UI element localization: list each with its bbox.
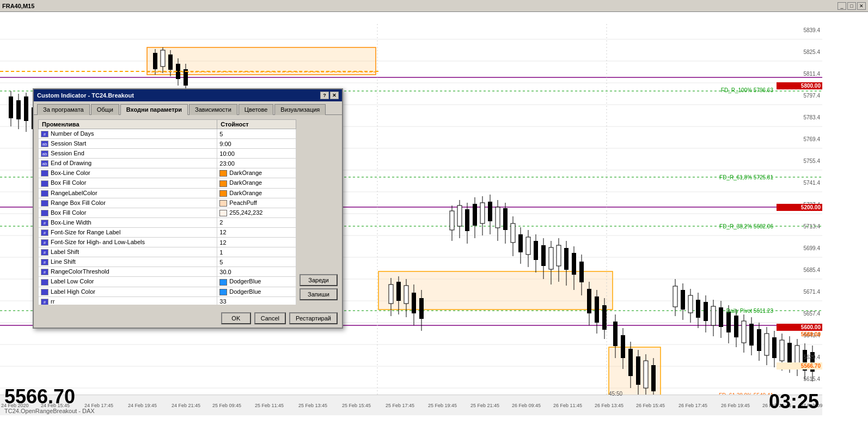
color-swatch (219, 200, 227, 207)
tab-colors[interactable]: Цветове (239, 104, 273, 115)
save-button[interactable]: Запиши (299, 288, 338, 300)
row-type-icon (41, 289, 48, 295)
row-label: Font-Size for Range Label (51, 229, 120, 235)
tab-inputs[interactable]: Входни параметри (120, 104, 188, 115)
table-row[interactable]: abSession End10:00 (39, 149, 296, 159)
row-value: 10:00 (219, 150, 235, 157)
time-label-6: 25 Feb 11:45 (255, 403, 284, 408)
table-wrapper: Променлива Стойност #Number of Days5abSe… (38, 119, 338, 305)
time-label-7: 25 Feb 13:45 (298, 403, 327, 408)
svg-rect-139 (742, 321, 746, 343)
dialog-title-buttons: ? ✕ (320, 92, 339, 99)
color-swatch (219, 170, 227, 177)
ok-button[interactable]: OK (221, 312, 251, 324)
price-level-10: 5713.4 (803, 223, 820, 229)
side-buttons: Зареди Запиши (299, 272, 338, 302)
dialog-help-button[interactable]: ? (320, 92, 329, 99)
svg-rect-133 (719, 307, 723, 327)
row-type-icon: ab (41, 150, 48, 157)
price-level-6: 5769.4 (803, 136, 820, 142)
dialog-tabs: За програмата Общи Входни параметри Зави… (34, 101, 342, 115)
price-level-1: 5839.4 (803, 27, 820, 33)
svg-rect-81 (503, 208, 508, 230)
table-row[interactable]: #rr33 (39, 296, 296, 305)
row-value: DodgerBlue (229, 278, 261, 284)
table-row[interactable]: Range Box Fill ColorPeachPuff (39, 198, 296, 208)
table-row[interactable]: #RangeColorThreshold30.0 (39, 267, 296, 277)
row-value: 9:00 (219, 141, 231, 147)
load-button[interactable]: Зареди (299, 274, 338, 286)
svg-rect-69 (457, 205, 462, 226)
time-label-11: 25 Feb 21:45 (470, 403, 499, 408)
tab-about[interactable]: За програмата (37, 104, 90, 115)
time-label-4: 24 Feb 21:45 (172, 403, 200, 408)
svg-rect-75 (480, 203, 485, 223)
svg-rect-33 (24, 96, 28, 121)
tab-common[interactable]: Общи (91, 104, 119, 115)
row-type-icon: # (41, 131, 48, 137)
time-label-13: 26 Feb 11:45 (553, 403, 582, 408)
row-value: 23:00 (219, 160, 235, 167)
tab-viz[interactable]: Визуализация (274, 104, 326, 115)
svg-rect-115 (636, 356, 640, 385)
svg-rect-117 (644, 361, 648, 388)
row-value: DarkOrange (229, 190, 262, 196)
restart-button[interactable]: Рестартирай (289, 312, 338, 324)
price-orange-5589: 5589.00 (777, 331, 822, 338)
price-level-12: 5685.4 (803, 267, 820, 273)
svg-rect-137 (734, 316, 738, 337)
chart-container: FRA40,M15 _ □ ✕ ✓ FRA40,M15 5560.20 5571… (0, 0, 868, 436)
row-label: Box Fill Color (51, 179, 86, 186)
row-type-icon: # (41, 220, 48, 226)
svg-rect-73 (473, 204, 477, 226)
table-row[interactable]: Label Low ColorDodgerBlue (39, 277, 296, 287)
table-row[interactable]: #Line Shift5 (39, 257, 296, 267)
maximize-button[interactable]: □ (847, 2, 856, 10)
svg-rect-61 (404, 286, 408, 304)
row-label: Label High Color (51, 288, 95, 295)
title-bar: FRA40,M15 _ □ ✕ (0, 0, 868, 12)
price-level-11: 5699.4 (803, 245, 820, 251)
row-label: End of Drawing (51, 160, 91, 166)
table-row[interactable]: Box Fill ColorDarkOrange (39, 178, 296, 188)
minimize-button[interactable]: _ (838, 2, 846, 10)
table-row[interactable]: #Font-Size for High- and Low-Labels12 (39, 238, 296, 247)
price-level-13: 5671.4 (803, 289, 820, 295)
table-row[interactable]: #Box-Line Width2 (39, 217, 296, 227)
col-header-value: Стойност (217, 120, 296, 129)
table-row[interactable]: #Font-Size for Range Label12 (39, 227, 296, 237)
color-swatch (219, 190, 227, 197)
row-label: Range Box Fill Color (51, 199, 106, 206)
table-row[interactable]: abSession Start9:00 (39, 139, 296, 149)
svg-rect-31 (16, 100, 21, 119)
price-level-3: 5811.4 (803, 71, 820, 77)
dialog-close-button[interactable]: ✕ (330, 92, 339, 99)
table-row[interactable]: abEnd of Drawing23:00 (39, 159, 296, 168)
price-level-14: 5657.4 (803, 311, 820, 317)
time-label-16: 26 Feb 17:45 (678, 403, 707, 408)
time-label-12: 26 Feb 09:45 (512, 403, 541, 408)
svg-rect-149 (780, 340, 784, 361)
tab-deps[interactable]: Зависимости (189, 104, 237, 115)
close-button[interactable]: ✕ (857, 2, 866, 10)
row-type-icon (41, 170, 48, 177)
table-row[interactable]: #Number of Days5 (39, 129, 296, 139)
table-row[interactable]: RangeLabelColorDarkOrange (39, 188, 296, 198)
row-label: rr (51, 298, 54, 305)
time-label-14: 26 Feb 13:45 (595, 403, 624, 408)
table-scroll[interactable]: Променлива Стойност #Number of Days5abSe… (38, 119, 296, 305)
svg-rect-49 (161, 50, 165, 66)
row-value: 255,242,232 (229, 209, 262, 216)
row-label: Session End (51, 150, 84, 156)
row-label: Label Low Color (51, 278, 94, 284)
cancel-button[interactable]: Cancel (254, 312, 286, 324)
row-type-icon: # (41, 259, 48, 265)
table-row[interactable]: Box-Line ColorDarkOrange (39, 168, 296, 178)
table-row[interactable]: #Label Shift1 (39, 247, 296, 257)
svg-rect-143 (757, 329, 761, 351)
table-row[interactable]: Box Fill Color255,242,232 (39, 208, 296, 217)
svg-rect-63 (412, 293, 416, 313)
svg-rect-103 (587, 289, 591, 313)
table-row[interactable]: Label High ColorDodgerBlue (39, 287, 296, 296)
price-highlight-5600: 5600.00 (777, 324, 822, 331)
